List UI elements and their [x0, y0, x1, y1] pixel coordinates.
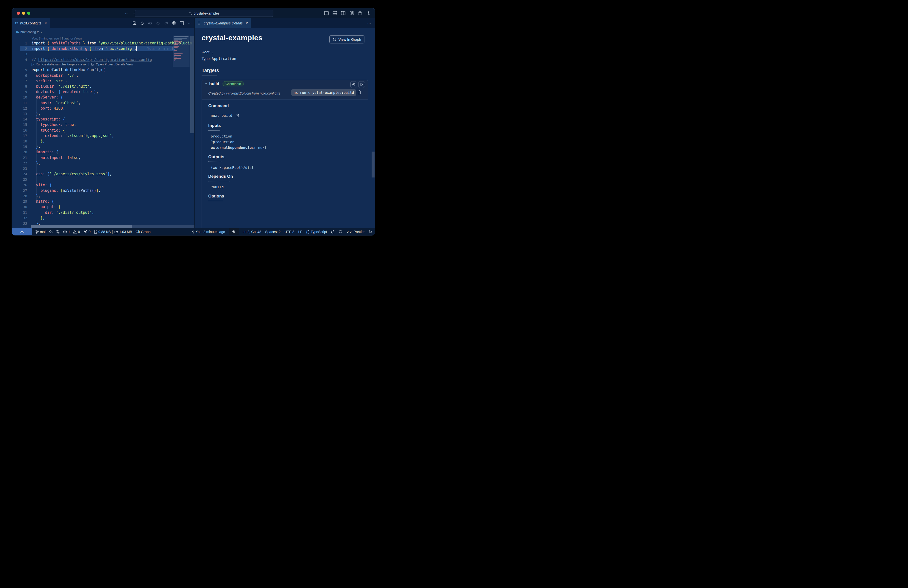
code-line[interactable]: 2import { defineNuxtConfig } from 'nuxt/… [12, 46, 190, 52]
code-line[interactable]: 3 [12, 52, 190, 57]
codelens-run-link[interactable]: Run crystal-examples targets via nx [35, 63, 86, 66]
command-value[interactable]: nuxt build [211, 114, 239, 118]
language-item[interactable]: { } TypeScript [306, 230, 327, 234]
copy-icon[interactable] [357, 90, 361, 94]
code-line[interactable]: 9 devtools: { enabled: true }, [12, 89, 190, 95]
code-line[interactable]: 7 srcDir: 'src', [12, 78, 190, 84]
tab-close-icon[interactable]: ✕ [44, 21, 47, 25]
git-branch-item[interactable]: main [35, 230, 53, 234]
close-window-button[interactable] [17, 11, 20, 15]
remote-indicator[interactable]: >< [12, 228, 32, 235]
code-line[interactable]: 24 css: ['~/assets/css/styles.scss'], [12, 171, 190, 177]
panel-more-actions-icon[interactable]: ⋯ [367, 18, 371, 28]
file-size-item[interactable]: 9.88 KB | 1.03 MB [94, 230, 132, 234]
code-line[interactable]: 31 dir: './dist/.output', [12, 210, 190, 215]
ports-count: 0 [89, 230, 90, 234]
copilot-icon [338, 230, 343, 234]
run-target-button[interactable] [358, 81, 365, 88]
nav-back-icon[interactable]: ← [124, 11, 129, 16]
code-line[interactable]: 21 autoImport: false, [12, 155, 190, 161]
code-line[interactable]: 10 devServer: { [12, 95, 190, 100]
code-line[interactable]: 19 }, [12, 144, 190, 149]
output-item: {workspaceRoot}/dist [211, 166, 254, 169]
collapse-chevron-icon[interactable]: ⌃ [205, 82, 207, 86]
view-target-in-graph-button[interactable] [350, 81, 357, 88]
code-line[interactable]: 1import { nxViteTsPaths } from '@nx/vite… [12, 40, 190, 46]
breadcrumb[interactable]: TS nuxt.config.ts › … [12, 28, 195, 35]
copilot-item[interactable] [338, 230, 343, 234]
project-details-content: crystal-examples View In Graph Root: . T… [195, 28, 375, 228]
code-line[interactable]: 11 host: 'localhost', [12, 100, 190, 106]
editor-more-actions-icon[interactable]: ⋯ [188, 21, 192, 26]
code-line[interactable]: 22 }, [12, 161, 190, 166]
code-line[interactable]: 28 }, [12, 193, 190, 199]
git-compare-item[interactable] [56, 230, 60, 234]
cursor-position-item[interactable]: Ln 2, Col 48 [243, 230, 261, 234]
view-in-graph-button[interactable]: View In Graph [329, 35, 364, 43]
indentation-item[interactable]: Spaces: 2 [265, 230, 280, 234]
blame-item[interactable]: You, 2 minutes ago [192, 230, 225, 234]
code-line[interactable]: 18 }, [12, 139, 190, 144]
code-line[interactable]: 15 typeCheck: true, [12, 122, 190, 127]
git-graph-icon[interactable] [172, 21, 176, 26]
statusbar: >< main 1 0 0 9.88 KB | [12, 228, 375, 235]
maximize-window-button[interactable] [27, 11, 31, 15]
code-line[interactable]: 14 typescript: { [12, 116, 190, 122]
code-line[interactable]: 17 extends: './tsconfig.app.json', [12, 133, 190, 139]
next-change-icon[interactable] [164, 21, 168, 26]
code-line[interactable]: 6 workspaceDir: './', [12, 73, 190, 78]
minimap[interactable] [174, 36, 189, 68]
code-line[interactable]: 16 tsConfig: { [12, 127, 190, 133]
gitlens-item[interactable] [331, 230, 335, 234]
codelens-open-link[interactable]: Open Project Details View [96, 63, 133, 66]
tab-nuxt-config[interactable]: TS nuxt.config.ts ✕ [12, 18, 50, 28]
line-number: 25 [12, 177, 27, 182]
eol-item[interactable]: LF [298, 230, 302, 234]
minimize-window-button[interactable] [22, 11, 25, 15]
toggle-secondary-sidebar-icon[interactable] [341, 11, 345, 16]
code-line[interactable]: 30 output: { [12, 204, 190, 209]
breadcrumb-symbol[interactable]: … [43, 30, 47, 34]
options-heading: Options [208, 194, 224, 199]
code-line[interactable]: 12 port: 4200, [12, 106, 190, 111]
notifications-item[interactable] [369, 230, 372, 234]
problems-item[interactable]: 1 0 [63, 230, 80, 234]
code-line[interactable]: 32 }, [12, 215, 190, 221]
code-line[interactable]: 5export default defineNuxtConfig({ [12, 67, 190, 72]
toggle-panel-icon[interactable] [332, 11, 337, 16]
prettier-item[interactable]: ✓✓ Prettier [346, 230, 365, 234]
code-line[interactable]: 13 }, [12, 111, 190, 116]
encoding-item[interactable]: UTF-8 [285, 230, 295, 234]
editor-vertical-scrollbar[interactable] [190, 36, 194, 133]
code-line[interactable]: 8 buildDir: './dist/.nuxt', [12, 84, 190, 89]
ports-item[interactable]: 0 [84, 230, 90, 234]
refresh-icon[interactable] [140, 21, 145, 26]
code-line[interactable]: 27 plugins: [nxViteTsPaths()], [12, 188, 190, 193]
file-icon [94, 230, 97, 234]
tab-project-details[interactable]: crystal-examples Details ✕ [195, 18, 251, 28]
split-editor-icon[interactable] [180, 21, 184, 26]
command-center-search[interactable]: crystal-examples [135, 10, 274, 17]
code-line[interactable]: 25 [12, 177, 190, 182]
nx-run-command-pill[interactable]: nx run crystal-examples:build [291, 89, 356, 96]
current-change-icon[interactable] [156, 21, 160, 26]
code-editor[interactable]: You, 3 minutes ago | 1 author (You) 1imp… [12, 35, 195, 228]
build-card-header[interactable]: ⌃ build Cacheable Created by @nx/nuxt/pl… [202, 80, 368, 100]
toggle-primary-sidebar-icon[interactable] [324, 11, 328, 16]
prev-change-icon[interactable] [148, 21, 153, 26]
breadcrumb-file[interactable]: nuxt.config.ts [21, 30, 39, 34]
code-line[interactable]: 20 imports: { [12, 149, 190, 155]
git-graph-item[interactable]: Git Graph [135, 230, 151, 234]
settings-gear-icon[interactable] [366, 11, 370, 16]
zoom-item[interactable] [229, 228, 238, 235]
code-line[interactable]: 4// https://nuxt.com/docs/api/configurat… [12, 57, 190, 63]
customize-layout-icon[interactable] [349, 11, 354, 16]
panel-scrollbar[interactable] [372, 151, 375, 177]
panel-tab-close-icon[interactable]: ✕ [245, 21, 248, 25]
code-line[interactable]: 23 [12, 166, 190, 171]
code-line[interactable]: 26 vite: { [12, 182, 190, 188]
account-icon[interactable] [357, 11, 362, 16]
open-changes-icon[interactable] [132, 21, 137, 26]
editor-horizontal-scrollbar-thumb[interactable] [31, 226, 132, 228]
code-line[interactable]: 29 nitro: { [12, 199, 190, 204]
